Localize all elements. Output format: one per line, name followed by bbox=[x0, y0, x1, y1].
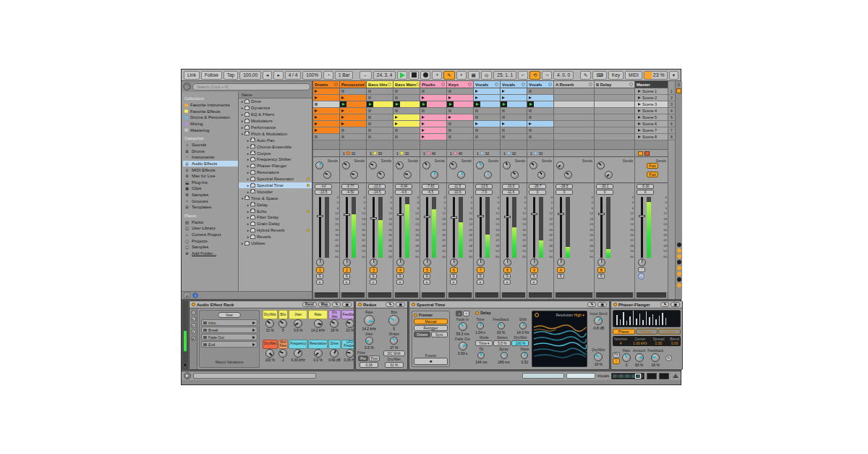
fader-track[interactable] bbox=[480, 197, 482, 258]
macro-label[interactable]: Rate bbox=[308, 310, 328, 319]
sidebar-item-mastering[interactable]: Mastering bbox=[183, 127, 238, 133]
sidebar-item-favorite-instruments[interactable]: Favorite Instruments bbox=[183, 102, 238, 109]
device-activator[interactable] bbox=[358, 303, 362, 306]
clip-slot[interactable] bbox=[554, 95, 594, 101]
send-b-knob[interactable] bbox=[377, 171, 385, 179]
macro-value[interactable]: 5 bbox=[282, 329, 284, 332]
volume-display[interactable]: 0 bbox=[637, 190, 654, 195]
volume-display[interactable]: 0 bbox=[556, 190, 573, 195]
clip-slot[interactable] bbox=[474, 127, 500, 134]
clip-slot[interactable] bbox=[313, 88, 339, 95]
clip-slot[interactable] bbox=[340, 101, 366, 108]
macro-value[interactable]: 0.35 Hz bbox=[344, 358, 354, 362]
track-unfold-icon[interactable] bbox=[548, 83, 552, 86]
device-overview-box-1[interactable] bbox=[647, 373, 657, 379]
scene-number[interactable]: 8 bbox=[668, 134, 675, 140]
fader-handle[interactable] bbox=[424, 216, 430, 218]
clip-slot[interactable] bbox=[313, 101, 339, 108]
macro-knob[interactable] bbox=[294, 349, 302, 358]
volume-display[interactable]: -7.6 bbox=[475, 190, 493, 195]
mode-phaser-button[interactable]: Phaser bbox=[613, 329, 635, 335]
track-unfold-icon[interactable] bbox=[441, 83, 445, 86]
pan-knob[interactable] bbox=[597, 258, 605, 266]
clip-playing-button[interactable] bbox=[501, 101, 507, 107]
track-status-display[interactable]: 140 bbox=[420, 150, 446, 157]
clip-slot[interactable] bbox=[340, 95, 366, 101]
mixer-section-toggle-1[interactable] bbox=[677, 248, 681, 253]
arm-button[interactable]: ● bbox=[423, 279, 430, 285]
nudge-up-button[interactable]: ▸ bbox=[273, 71, 283, 80]
clip-slot[interactable] bbox=[595, 134, 634, 140]
peak-level-display[interactable]: -5.30 bbox=[637, 184, 654, 189]
clip-slot[interactable] bbox=[367, 108, 393, 114]
overview-segment-1[interactable] bbox=[522, 373, 564, 379]
send-b-knob[interactable] bbox=[457, 171, 465, 179]
param-value[interactable]: 1.04 s bbox=[475, 330, 485, 335]
clip-slot[interactable] bbox=[501, 121, 527, 127]
solo-button[interactable]: S bbox=[343, 274, 350, 279]
tree-item-time-space[interactable]: ▾Time & Space bbox=[239, 195, 312, 201]
clip-slot[interactable] bbox=[367, 114, 393, 121]
loop-length-display[interactable]: 4. 0. 0 bbox=[553, 71, 574, 80]
clip-slot[interactable] bbox=[527, 134, 553, 140]
pan-knob[interactable] bbox=[316, 258, 324, 266]
nudge-down-button[interactable]: ◂ bbox=[263, 71, 272, 80]
arm-button[interactable]: ● bbox=[396, 279, 404, 285]
clip-slot[interactable] bbox=[367, 127, 393, 134]
clip-slot[interactable] bbox=[527, 108, 553, 114]
rack-view-toggle-4[interactable]: ◉ bbox=[191, 336, 196, 341]
clip-slot[interactable] bbox=[393, 134, 420, 140]
clip-slot[interactable] bbox=[420, 108, 446, 114]
variation-overwrite-icon[interactable] bbox=[203, 336, 207, 339]
track-status-display[interactable]: 140 bbox=[447, 150, 473, 157]
macro-value[interactable]: 2 bbox=[282, 358, 284, 362]
send-a-knob[interactable] bbox=[556, 161, 564, 169]
track-unfold-icon[interactable] bbox=[522, 83, 525, 86]
clip-playing-button[interactable] bbox=[393, 101, 400, 107]
scene-number[interactable]: 7 bbox=[668, 127, 675, 134]
device-activator[interactable] bbox=[613, 303, 617, 306]
device-title-bar[interactable]: Spectral Time✎▣ bbox=[409, 301, 609, 308]
send-a-knob[interactable] bbox=[449, 161, 457, 169]
volume-display[interactable]: -11.6 bbox=[502, 190, 519, 195]
macro-value[interactable]: 0.0 % bbox=[313, 358, 322, 362]
clip-slot[interactable] bbox=[501, 101, 527, 108]
sidebar-item-plug-ins[interactable]: ⬓Plug-Ins bbox=[183, 180, 238, 186]
macro-label[interactable]: Frequency bbox=[289, 340, 307, 349]
tree-item-spectral-resonator[interactable]: ▸Spectral Resonator bbox=[239, 176, 312, 182]
clip-playing-button[interactable] bbox=[340, 101, 346, 107]
param-value[interactable]: 3.93 s bbox=[458, 351, 468, 356]
macro-knob[interactable] bbox=[346, 349, 354, 358]
volume-display[interactable]: -10.6 bbox=[448, 190, 466, 195]
fader-handle[interactable] bbox=[531, 213, 537, 215]
tree-item-eq-filters[interactable]: ▸EQ & Filters bbox=[239, 112, 312, 118]
clip-slot[interactable] bbox=[313, 134, 339, 140]
clip-slot[interactable] bbox=[474, 114, 500, 121]
solo-button[interactable]: S bbox=[477, 274, 484, 279]
scene-launch-slot[interactable]: Scene 2 bbox=[635, 95, 668, 101]
clip-slot[interactable] bbox=[340, 88, 366, 95]
volume-display[interactable]: -6.5 bbox=[422, 190, 439, 195]
rack-view-toggle-0[interactable]: ⏻ bbox=[191, 310, 196, 315]
clip-slot[interactable] bbox=[447, 95, 473, 101]
macro-knob[interactable] bbox=[330, 319, 339, 328]
param-knob[interactable] bbox=[519, 322, 527, 329]
rack-view-toggle-2[interactable]: ● bbox=[191, 323, 196, 328]
fader-track[interactable] bbox=[426, 197, 428, 258]
mode-doubler-button[interactable]: Doubler bbox=[658, 329, 681, 335]
freezer-activator[interactable] bbox=[414, 314, 417, 317]
clip-slot[interactable] bbox=[367, 88, 393, 95]
arm-button[interactable]: ● bbox=[450, 279, 457, 285]
tree-item-modulators[interactable]: ▸Modulators bbox=[239, 118, 312, 125]
macro-label[interactable]: Bits bbox=[278, 310, 289, 319]
param-knob[interactable] bbox=[521, 352, 528, 359]
peak-level-display[interactable]: -30.1 bbox=[596, 184, 613, 189]
variation-launch-icon[interactable] bbox=[252, 321, 255, 324]
hamburger-menu-icon[interactable]: ≡ bbox=[678, 83, 681, 87]
peak-level-display[interactable]: -6.84 bbox=[395, 184, 412, 189]
param-knob[interactable] bbox=[364, 315, 375, 326]
play-button[interactable] bbox=[397, 71, 407, 80]
scene-launch-slot[interactable]: Scene 3 bbox=[635, 101, 668, 108]
clip-slot[interactable] bbox=[474, 121, 500, 127]
track-header[interactable]: Plucks bbox=[420, 81, 446, 88]
